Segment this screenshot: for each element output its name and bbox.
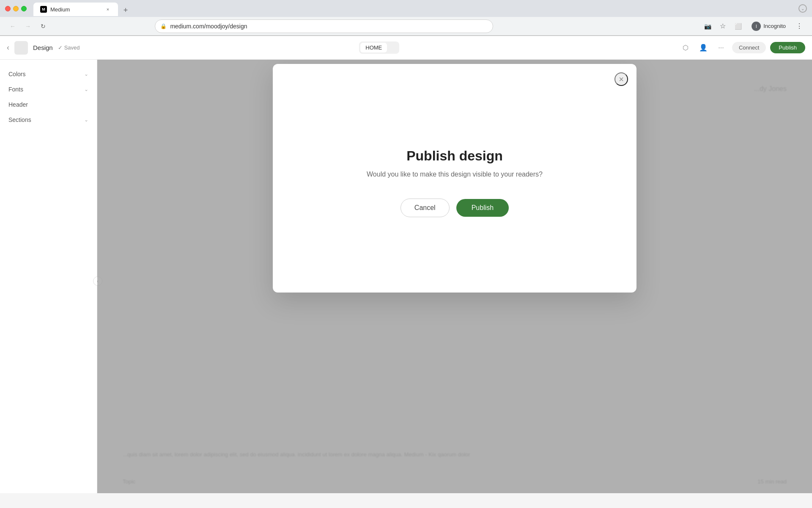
saved-label: Saved	[64, 44, 80, 51]
app-logo	[14, 41, 28, 55]
active-tab[interactable]: M Medium ×	[33, 3, 118, 16]
app-back-button[interactable]: ‹	[7, 43, 9, 52]
reload-button[interactable]: ↻	[37, 20, 49, 32]
sidebar-item-fonts-label: Fonts	[8, 86, 23, 93]
browser-titlebar: M Medium × + ⌄	[0, 0, 812, 17]
checkmark-icon: ✓	[58, 44, 63, 51]
app-container: ‹ Design ✓ Saved HOME ⬡ 👤 ··· Connect Pu…	[0, 36, 812, 493]
browser-settings-icon[interactable]: ⌄	[798, 4, 807, 13]
tab-favicon: M	[40, 6, 47, 13]
fullscreen-window-button[interactable]	[21, 6, 27, 11]
traffic-lights	[5, 6, 27, 11]
minimize-window-button[interactable]	[13, 6, 19, 11]
tab-close-button[interactable]: ×	[104, 6, 111, 13]
view-toggle: HOME	[359, 41, 399, 54]
content-area: ...dy Jones ...quis diam sit amet, lorem…	[97, 60, 812, 493]
app-header-actions: ⬡ 👤 ··· Connect Publish	[679, 41, 805, 55]
connect-button[interactable]: Connect	[732, 42, 766, 53]
sidebar-item-colors[interactable]: Colors ⌄	[0, 66, 97, 82]
lock-icon: 🔒	[160, 23, 167, 29]
sidebar-item-header[interactable]: Header	[0, 97, 97, 112]
toolbar-actions: 📷 ☆ ⬜ I Incognito ⋮	[702, 20, 805, 32]
profile-avatar: I	[752, 22, 761, 31]
bookmark-icon[interactable]: ☆	[717, 20, 729, 32]
main-layout: ‹ Colors ⌄ Fonts ⌄ Header Sections ⌄ ...…	[0, 60, 812, 493]
app-header: ‹ Design ✓ Saved HOME ⬡ 👤 ··· Connect Pu…	[0, 36, 812, 60]
browser-toolbar: ← → ↻ 🔒 medium.com/moodjoy/design 📷 ☆ ⬜ …	[0, 17, 812, 36]
profile-label: Incognito	[763, 23, 786, 29]
cancel-button[interactable]: Cancel	[401, 199, 450, 217]
modal-actions: Cancel Publish	[401, 199, 509, 217]
camera-off-icon[interactable]: 📷	[702, 20, 713, 32]
modal-subtitle: Would you like to make this design visib…	[367, 171, 543, 178]
split-screen-icon[interactable]: ⬜	[732, 20, 744, 32]
header-more-icon[interactable]: ···	[714, 41, 728, 55]
sidebar-item-fonts[interactable]: Fonts ⌄	[0, 82, 97, 97]
close-window-button[interactable]	[5, 6, 11, 11]
sidebar: ‹ Colors ⌄ Fonts ⌄ Header Sections ⌄	[0, 60, 97, 493]
tab-bar: M Medium × +	[30, 1, 135, 16]
sidebar-colors-chevron: ⌄	[84, 71, 88, 77]
browser-chrome: M Medium × + ⌄ ← → ↻ 🔒 medium.com/moodjo…	[0, 0, 812, 36]
browser-more-icon[interactable]: ⋮	[793, 20, 805, 32]
new-tab-button[interactable]: +	[120, 4, 132, 16]
header-share-icon[interactable]: ⬡	[679, 41, 692, 55]
sidebar-item-sections[interactable]: Sections ⌄	[0, 112, 97, 127]
publish-button[interactable]: Publish	[456, 199, 509, 217]
sidebar-sections-chevron: ⌄	[84, 117, 88, 123]
app-title: Design	[33, 44, 53, 51]
sidebar-item-colors-label: Colors	[8, 71, 25, 77]
back-button[interactable]: ←	[7, 20, 19, 32]
tab-title: Medium	[50, 6, 101, 13]
sidebar-fonts-chevron: ⌄	[84, 86, 88, 92]
modal-title: Publish design	[406, 148, 503, 164]
forward-button[interactable]: →	[22, 20, 34, 32]
header-persons-icon[interactable]: 👤	[697, 41, 710, 55]
modal-close-button[interactable]: ×	[614, 72, 628, 86]
modal-body: Publish design Would you like to make th…	[286, 77, 623, 279]
profile-button[interactable]: I Incognito	[747, 20, 790, 32]
sidebar-item-header-label: Header	[8, 101, 28, 108]
modal-dialog: × Publish design Would you like to make …	[273, 64, 636, 293]
saved-badge: ✓ Saved	[58, 44, 80, 51]
app-header-center: HOME	[85, 41, 674, 54]
home-view-button[interactable]: HOME	[360, 43, 387, 52]
modal-overlay: × Publish design Would you like to make …	[97, 60, 812, 493]
url-text: medium.com/moodjoy/design	[170, 23, 488, 30]
header-publish-button[interactable]: Publish	[770, 42, 805, 53]
other-view-button[interactable]	[388, 46, 398, 50]
address-bar[interactable]: 🔒 medium.com/moodjoy/design	[155, 19, 493, 33]
sidebar-item-sections-label: Sections	[8, 116, 31, 123]
